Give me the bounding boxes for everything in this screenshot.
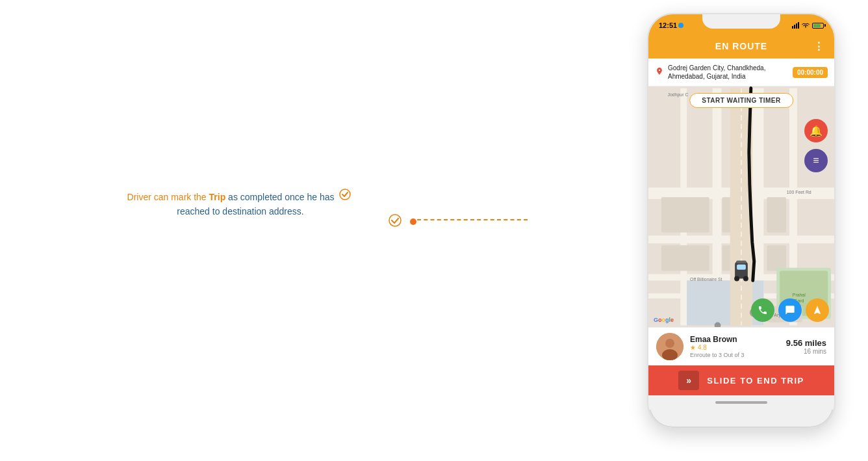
app-header: EN ROUTE ⋮ [648,34,834,59]
waiting-timer-button[interactable]: START WAITING TIMER [689,93,793,108]
chat-button[interactable] [778,298,802,322]
home-bar [715,401,767,404]
svg-text:Prahal: Prahal [793,293,806,297]
signal-bar-3 [796,23,797,29]
svg-text:Off Billionaire St: Off Billionaire St [690,277,722,282]
timer-badge: 00:00:00 [793,67,828,78]
rider-name: Emaa Brown [690,335,780,344]
google-logo: Google [654,317,674,323]
destination-bar: Godrej Garden City, Chandkheda, Ahmedaba… [648,59,834,86]
rider-enroute: Enroute to 3 Out of 3 [690,352,780,358]
annotation-text: Driver can mark the Trip as completed on… [84,189,396,219]
rider-distance: 9.56 miles 16 mins [786,338,826,355]
svg-rect-38 [736,261,747,263]
rider-info: Emaa Brown ★ 4.8 Enroute to 3 Out of 3 9… [648,327,834,365]
map-area: Prahal Gard Aryavrat 3 Off Billionaire S… [648,86,834,327]
svg-point-36 [734,276,739,282]
battery-icon [812,23,824,29]
slide-to-end-trip-button[interactable]: » SLIDE TO END TRIP [648,365,834,395]
chevrons-text: » [686,375,691,386]
svg-rect-16 [661,245,709,270]
svg-rect-35 [737,265,746,270]
svg-rect-15 [767,197,786,232]
svg-rect-13 [661,197,709,232]
time-display: 12:51 [659,21,677,29]
rider-avatar [656,333,683,360]
svg-text:100 Feet Rd: 100 Feet Rd [787,190,811,194]
phone-call-button[interactable] [751,298,774,322]
rider-mins: 16 mins [786,348,826,355]
signal-bar-4 [798,22,799,29]
status-icons [792,21,824,29]
svg-point-3 [805,27,806,28]
battery-fill [813,24,821,27]
home-indicator [648,395,834,410]
wifi-icon [802,21,810,29]
svg-point-40 [665,339,674,348]
annotation-blue-text2: reached to destination address. [177,206,303,217]
phone-notch [702,14,780,29]
location-dot-icon [678,23,683,28]
header-menu-icon[interactable]: ⋮ [813,40,825,53]
annotation-orange-text: Driver can mark the [127,192,209,202]
navigation-button[interactable] [806,298,829,322]
svg-rect-18 [767,245,786,270]
list-button[interactable]: ≡ [804,149,828,172]
svg-text:Jodhpur C: Jodhpur C [668,92,689,98]
header-title: EN ROUTE [715,41,767,51]
rating-value: 4.8 [698,344,707,351]
alert-button[interactable]: 🔔 [804,119,828,142]
svg-point-2 [410,218,416,225]
annotation-trip-word: Trip [209,192,226,202]
destination-address: Godrej Garden City, Chandkheda, Ahmedaba… [668,64,789,81]
signal-bar-1 [792,26,793,29]
map-svg: Prahal Gard Aryavrat 3 Off Billionaire S… [648,86,834,327]
annotation-blue-text: as completed once he has [225,192,334,202]
rider-miles: 9.56 miles [786,338,826,348]
svg-point-1 [389,215,401,226]
connector-left-icon [389,214,402,230]
pin-icon [655,68,664,77]
rider-details: Emaa Brown ★ 4.8 Enroute to 3 Out of 3 [690,335,780,358]
slide-chevrons-icon: » [678,371,699,390]
svg-point-37 [743,276,748,282]
rider-rating: ★ 4.8 [690,344,780,351]
svg-point-0 [340,189,350,200]
phone-frame: 12:51 EN ROUTE ⋮ Godrej Garden Ci [647,13,836,429]
signal-bars-icon [792,22,799,29]
connector-orange-dot [409,217,417,228]
slide-to-end-text: SLIDE TO END TRIP [707,376,804,386]
star-icon: ★ [690,344,696,351]
contact-buttons [751,298,829,322]
annotation-area: Driver can mark the Trip as completed on… [84,189,396,219]
connector-line [417,219,528,220]
signal-bar-2 [794,25,795,29]
check-icon [339,189,351,204]
status-time: 12:51 [659,21,683,29]
